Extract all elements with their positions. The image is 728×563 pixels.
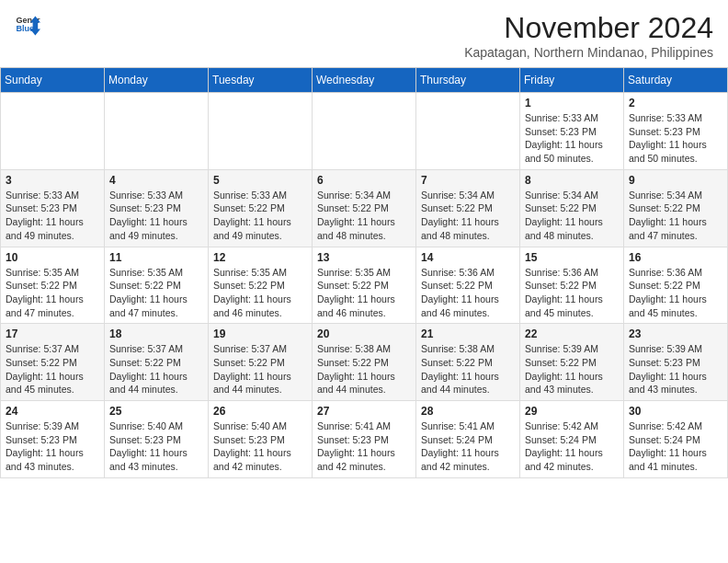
day-number: 20	[317, 327, 411, 340]
calendar-cell: 17Sunrise: 5:37 AMSunset: 5:22 PMDayligh…	[1, 324, 105, 401]
day-info: Sunrise: 5:36 AMSunset: 5:22 PMDaylight:…	[421, 266, 515, 320]
weekday-header-wednesday: Wednesday	[313, 68, 416, 93]
day-info: Sunrise: 5:37 AMSunset: 5:22 PMDaylight:…	[109, 342, 203, 396]
week-row-0: 1Sunrise: 5:33 AMSunset: 5:23 PMDaylight…	[1, 93, 728, 170]
day-number: 23	[629, 327, 722, 340]
month-title: November 2024	[464, 11, 713, 45]
calendar-cell: 19Sunrise: 5:37 AMSunset: 5:22 PMDayligh…	[209, 324, 313, 401]
title-section: November 2024 Kapatagan, Northern Mindan…	[464, 11, 713, 60]
day-number: 29	[525, 405, 619, 418]
day-number: 2	[629, 97, 722, 109]
calendar-cell: 23Sunrise: 5:39 AMSunset: 5:23 PMDayligh…	[624, 324, 728, 401]
day-info: Sunrise: 5:40 AMSunset: 5:23 PMDaylight:…	[213, 419, 307, 474]
day-number: 21	[421, 327, 515, 340]
day-info: Sunrise: 5:39 AMSunset: 5:23 PMDaylight:…	[629, 342, 722, 396]
svg-text:Blue: Blue	[16, 24, 34, 33]
day-info: Sunrise: 5:33 AMSunset: 5:23 PMDaylight:…	[6, 189, 99, 243]
calendar-cell: 12Sunrise: 5:35 AMSunset: 5:22 PMDayligh…	[209, 247, 313, 324]
day-info: Sunrise: 5:37 AMSunset: 5:22 PMDaylight:…	[6, 342, 99, 396]
calendar-cell: 5Sunrise: 5:33 AMSunset: 5:22 PMDaylight…	[209, 169, 313, 247]
day-number: 24	[6, 405, 99, 418]
calendar-cell	[416, 93, 520, 170]
day-info: Sunrise: 5:42 AMSunset: 5:24 PMDaylight:…	[525, 419, 619, 474]
day-number: 10	[6, 251, 99, 264]
day-number: 8	[525, 174, 619, 187]
calendar-cell: 27Sunrise: 5:41 AMSunset: 5:23 PMDayligh…	[313, 401, 416, 478]
day-number: 18	[109, 327, 203, 340]
day-number: 19	[213, 327, 307, 340]
day-number: 25	[109, 405, 203, 418]
calendar-cell: 28Sunrise: 5:41 AMSunset: 5:24 PMDayligh…	[416, 401, 520, 478]
calendar-cell: 3Sunrise: 5:33 AMSunset: 5:23 PMDaylight…	[1, 169, 105, 247]
calendar-cell: 9Sunrise: 5:34 AMSunset: 5:22 PMDaylight…	[624, 169, 728, 247]
weekday-header-monday: Monday	[105, 68, 209, 93]
calendar-cell: 30Sunrise: 5:42 AMSunset: 5:24 PMDayligh…	[624, 401, 728, 478]
calendar-cell: 16Sunrise: 5:36 AMSunset: 5:22 PMDayligh…	[624, 247, 728, 324]
day-info: Sunrise: 5:36 AMSunset: 5:22 PMDaylight:…	[525, 266, 619, 320]
day-number: 6	[317, 174, 411, 187]
logo: General Blue	[15, 11, 40, 37]
day-info: Sunrise: 5:34 AMSunset: 5:22 PMDaylight:…	[525, 189, 619, 243]
day-info: Sunrise: 5:38 AMSunset: 5:22 PMDaylight:…	[317, 342, 411, 396]
day-number: 13	[317, 251, 411, 264]
calendar-cell: 14Sunrise: 5:36 AMSunset: 5:22 PMDayligh…	[416, 247, 520, 324]
day-number: 16	[629, 251, 722, 264]
calendar-cell: 13Sunrise: 5:35 AMSunset: 5:22 PMDayligh…	[313, 247, 416, 324]
day-info: Sunrise: 5:37 AMSunset: 5:22 PMDaylight:…	[213, 342, 307, 396]
day-info: Sunrise: 5:34 AMSunset: 5:22 PMDaylight:…	[317, 189, 411, 243]
day-number: 5	[213, 174, 307, 187]
calendar-cell: 26Sunrise: 5:40 AMSunset: 5:23 PMDayligh…	[209, 401, 313, 478]
week-row-3: 17Sunrise: 5:37 AMSunset: 5:22 PMDayligh…	[1, 324, 728, 401]
week-row-2: 10Sunrise: 5:35 AMSunset: 5:22 PMDayligh…	[1, 247, 728, 324]
day-number: 4	[109, 174, 203, 187]
day-info: Sunrise: 5:39 AMSunset: 5:22 PMDaylight:…	[525, 342, 619, 396]
calendar-cell	[209, 93, 313, 170]
day-info: Sunrise: 5:35 AMSunset: 5:22 PMDaylight:…	[317, 266, 411, 320]
weekday-header-tuesday: Tuesday	[209, 68, 313, 93]
calendar-cell: 7Sunrise: 5:34 AMSunset: 5:22 PMDaylight…	[416, 169, 520, 247]
day-info: Sunrise: 5:33 AMSunset: 5:23 PMDaylight:…	[629, 111, 722, 166]
calendar-cell: 29Sunrise: 5:42 AMSunset: 5:24 PMDayligh…	[520, 401, 624, 478]
day-number: 30	[629, 405, 722, 418]
header: General Blue November 2024 Kapatagan, No…	[0, 0, 728, 67]
day-number: 12	[213, 251, 307, 264]
week-row-4: 24Sunrise: 5:39 AMSunset: 5:23 PMDayligh…	[1, 401, 728, 478]
calendar-cell: 4Sunrise: 5:33 AMSunset: 5:23 PMDaylight…	[105, 169, 209, 247]
day-info: Sunrise: 5:33 AMSunset: 5:23 PMDaylight:…	[109, 189, 203, 243]
weekday-header-thursday: Thursday	[416, 68, 520, 93]
weekday-header-sunday: Sunday	[1, 68, 105, 93]
day-number: 22	[525, 327, 619, 340]
day-info: Sunrise: 5:41 AMSunset: 5:23 PMDaylight:…	[317, 419, 411, 474]
calendar-cell: 1Sunrise: 5:33 AMSunset: 5:23 PMDaylight…	[520, 93, 624, 170]
calendar: SundayMondayTuesdayWednesdayThursdayFrid…	[0, 67, 728, 478]
weekday-header-friday: Friday	[520, 68, 624, 93]
calendar-cell: 25Sunrise: 5:40 AMSunset: 5:23 PMDayligh…	[105, 401, 209, 478]
day-number: 3	[6, 174, 99, 187]
day-info: Sunrise: 5:35 AMSunset: 5:22 PMDaylight:…	[213, 266, 307, 320]
day-number: 28	[421, 405, 515, 418]
calendar-cell: 21Sunrise: 5:38 AMSunset: 5:22 PMDayligh…	[416, 324, 520, 401]
day-info: Sunrise: 5:33 AMSunset: 5:22 PMDaylight:…	[213, 189, 307, 243]
day-info: Sunrise: 5:35 AMSunset: 5:22 PMDaylight:…	[109, 266, 203, 320]
day-info: Sunrise: 5:38 AMSunset: 5:22 PMDaylight:…	[421, 342, 515, 396]
day-number: 17	[6, 327, 99, 340]
location: Kapatagan, Northern Mindanao, Philippine…	[464, 45, 713, 60]
day-number: 7	[421, 174, 515, 187]
calendar-cell: 18Sunrise: 5:37 AMSunset: 5:22 PMDayligh…	[105, 324, 209, 401]
week-row-1: 3Sunrise: 5:33 AMSunset: 5:23 PMDaylight…	[1, 169, 728, 247]
day-info: Sunrise: 5:39 AMSunset: 5:23 PMDaylight:…	[6, 419, 99, 474]
day-info: Sunrise: 5:34 AMSunset: 5:22 PMDaylight:…	[421, 189, 515, 243]
day-number: 14	[421, 251, 515, 264]
day-info: Sunrise: 5:33 AMSunset: 5:23 PMDaylight:…	[525, 111, 619, 166]
day-number: 11	[109, 251, 203, 264]
calendar-cell: 11Sunrise: 5:35 AMSunset: 5:22 PMDayligh…	[105, 247, 209, 324]
day-info: Sunrise: 5:42 AMSunset: 5:24 PMDaylight:…	[629, 419, 722, 474]
day-number: 9	[629, 174, 722, 187]
day-info: Sunrise: 5:35 AMSunset: 5:22 PMDaylight:…	[6, 266, 99, 320]
calendar-cell: 24Sunrise: 5:39 AMSunset: 5:23 PMDayligh…	[1, 401, 105, 478]
calendar-cell	[313, 93, 416, 170]
calendar-cell	[105, 93, 209, 170]
day-number: 27	[317, 405, 411, 418]
day-info: Sunrise: 5:34 AMSunset: 5:22 PMDaylight:…	[629, 189, 722, 243]
calendar-cell: 6Sunrise: 5:34 AMSunset: 5:22 PMDaylight…	[313, 169, 416, 247]
